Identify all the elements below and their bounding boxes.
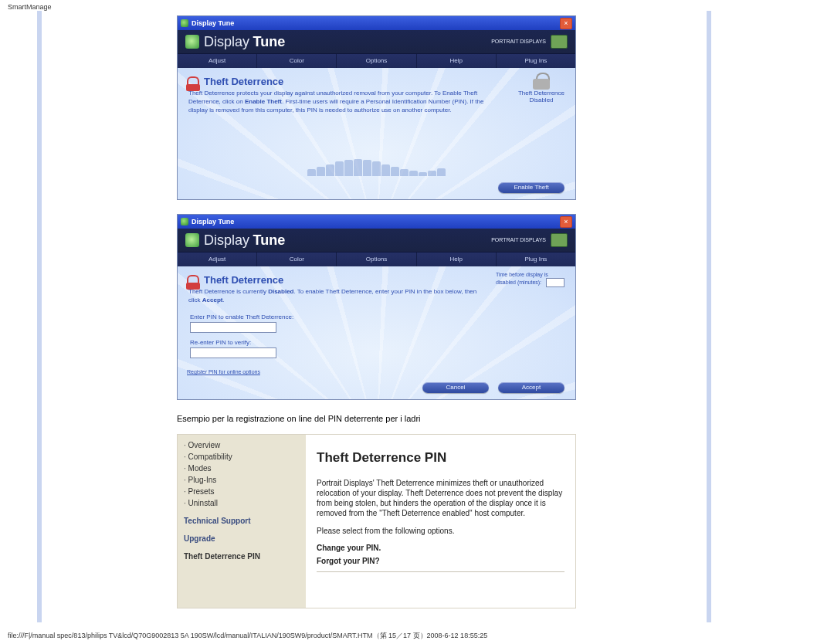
- lock-icon: [187, 76, 199, 87]
- brand: Display Tune: [185, 34, 285, 50]
- decorative-histogram: [307, 159, 446, 176]
- titlebar: Display Tune ×: [178, 215, 575, 229]
- status-line-2: Disabled: [518, 97, 564, 103]
- help-sidebar: Overview Compatibility Modes Plug-Ins Pr…: [178, 435, 306, 608]
- button-row: Enable Theft: [498, 182, 564, 193]
- app-icon: [181, 19, 188, 27]
- brand-icon: [185, 35, 199, 49]
- tab-options[interactable]: Options: [337, 253, 416, 266]
- titlebar-left: Display Tune: [181, 218, 234, 225]
- sidebar-item-uninstall[interactable]: Uninstall: [184, 497, 300, 509]
- tab-options[interactable]: Options: [337, 54, 416, 68]
- panel-title: Theft Deterrence: [204, 76, 283, 87]
- window-title: Display Tune: [192, 218, 234, 225]
- lock-icon: [187, 275, 199, 286]
- page-title: SmartManage: [0, 0, 834, 11]
- tab-help[interactable]: Help: [417, 253, 497, 266]
- left-spacer: [42, 11, 46, 622]
- timeout-label-a: Time before display is: [496, 272, 548, 277]
- brand-bar: Display Tune PORTRAIT DISPLAYS: [178, 30, 575, 54]
- timeout-input[interactable]: [546, 278, 564, 287]
- footer-path: file:///F|/manual spec/813/philips TV&lc…: [8, 631, 487, 641]
- sidebar-item-overview[interactable]: Overview: [184, 439, 300, 451]
- tab-adjust[interactable]: Adjust: [178, 253, 257, 266]
- monitor-icon: [551, 35, 568, 49]
- pin-input[interactable]: [190, 322, 276, 333]
- timeout-label-b: disabled (minutes):: [496, 280, 541, 285]
- pin-verify-label: Re-enter PIN to verify:: [190, 339, 563, 346]
- help-select: Please select from the following options…: [317, 526, 564, 536]
- panel: Theft Deterrence Theft Deterrence is cur…: [178, 266, 575, 399]
- close-icon[interactable]: ×: [560, 18, 572, 29]
- panel-description: Theft Deterrence is currently Disabled. …: [182, 287, 496, 307]
- brand-right-label: PORTRAIT DISPLAYS: [491, 237, 546, 243]
- panel-description: Theft Deterrence protects your display a…: [182, 89, 496, 117]
- titlebar: Display Tune ×: [178, 16, 575, 30]
- sidebar-item-tech[interactable]: Technical Support: [184, 515, 300, 527]
- button-row: Cancel Accept: [422, 382, 564, 393]
- accept-button[interactable]: Accept: [498, 382, 564, 393]
- sidebar-item-presets[interactable]: Presets: [184, 486, 300, 497]
- status-line-1: Theft Deterrence: [518, 90, 564, 97]
- brand-text-a: Display: [204, 232, 249, 248]
- caption-text: Esempio per la registrazione on line del…: [177, 414, 575, 423]
- brand-text-b: Tune: [253, 34, 285, 49]
- tab-plugins[interactable]: Plug Ins: [497, 253, 575, 266]
- tab-bar: Adjust Color Options Help Plug Ins: [178, 54, 575, 68]
- display-tune-window-2: Display Tune × Display Tune PORTRAIT DIS…: [177, 214, 576, 400]
- brand-text-a: Display: [204, 34, 249, 49]
- monitor-icon: [551, 233, 568, 247]
- right-blue-bar: [707, 11, 711, 622]
- help-main: Theft Deterrence PIN Portrait Displays' …: [306, 435, 575, 608]
- status-block: Theft Deterrence Disabled: [518, 73, 564, 103]
- sidebar-item-modes[interactable]: Modes: [184, 463, 300, 474]
- brand-right: PORTRAIT DISPLAYS: [491, 233, 568, 247]
- app-icon: [181, 218, 188, 225]
- pin-field-label: Enter PIN to enable Theft Deterrence:: [190, 314, 563, 320]
- option-change-pin[interactable]: Change your PIN.: [317, 544, 564, 552]
- tab-color[interactable]: Color: [257, 54, 337, 68]
- help-title: Theft Deterrence PIN: [317, 450, 564, 466]
- tab-color[interactable]: Color: [257, 253, 337, 266]
- pin-verify-field: Re-enter PIN to verify:: [182, 333, 571, 358]
- pin-field: Enter PIN to enable Theft Deterrence:: [182, 307, 571, 333]
- help-panel: Overview Compatibility Modes Plug-Ins Pr…: [177, 434, 576, 608]
- brand: Display Tune: [185, 232, 285, 249]
- panel: Theft Deterrence Theft Deterrence protec…: [178, 68, 575, 199]
- enable-theft-button[interactable]: Enable Theft: [498, 182, 564, 193]
- tab-bar: Adjust Color Options Help Plug Ins: [178, 253, 575, 266]
- right-margin: [707, 11, 834, 622]
- cancel-button[interactable]: Cancel: [422, 382, 489, 393]
- main-column: Display Tune × Display Tune PORTRAIT DIS…: [47, 11, 707, 622]
- tab-help[interactable]: Help: [417, 54, 497, 68]
- display-tune-window-1: Display Tune × Display Tune PORTRAIT DIS…: [177, 15, 576, 200]
- lock-big-icon: [533, 73, 550, 88]
- timeout-block: Time before display is disabled (minutes…: [496, 271, 564, 287]
- brand-right: PORTRAIT DISPLAYS: [491, 35, 568, 49]
- tab-plugins[interactable]: Plug Ins: [497, 54, 575, 68]
- sidebar-item-plugins[interactable]: Plug-Ins: [184, 474, 300, 486]
- panel-title: Theft Deterrence: [204, 274, 283, 286]
- help-paragraph: Portrait Displays' Theft Deterrence mini…: [317, 478, 564, 518]
- divider: [317, 571, 564, 572]
- left-margin: [0, 11, 47, 622]
- brand-icon: [185, 233, 199, 247]
- titlebar-left: Display Tune: [181, 19, 234, 27]
- close-icon[interactable]: ×: [560, 216, 572, 228]
- brand-right-label: PORTRAIT DISPLAYS: [491, 39, 546, 45]
- option-forgot-pin[interactable]: Forgot your PIN?: [317, 557, 564, 565]
- sidebar-item-pin[interactable]: Theft Deterrence PIN: [184, 551, 300, 562]
- pin-verify-input[interactable]: [190, 347, 276, 358]
- register-pin-link[interactable]: Register PIN for online options: [178, 369, 260, 375]
- panel-heading: Theft Deterrence: [182, 73, 571, 89]
- tab-adjust[interactable]: Adjust: [178, 54, 257, 68]
- sidebar-item-upgrade[interactable]: Upgrade: [184, 533, 300, 544]
- window-title: Display Tune: [192, 19, 234, 27]
- brand-bar: Display Tune PORTRAIT DISPLAYS: [178, 229, 575, 253]
- sidebar-item-compatibility[interactable]: Compatibility: [184, 451, 300, 463]
- content-columns: Display Tune × Display Tune PORTRAIT DIS…: [0, 11, 834, 622]
- brand-text-b: Tune: [253, 232, 285, 248]
